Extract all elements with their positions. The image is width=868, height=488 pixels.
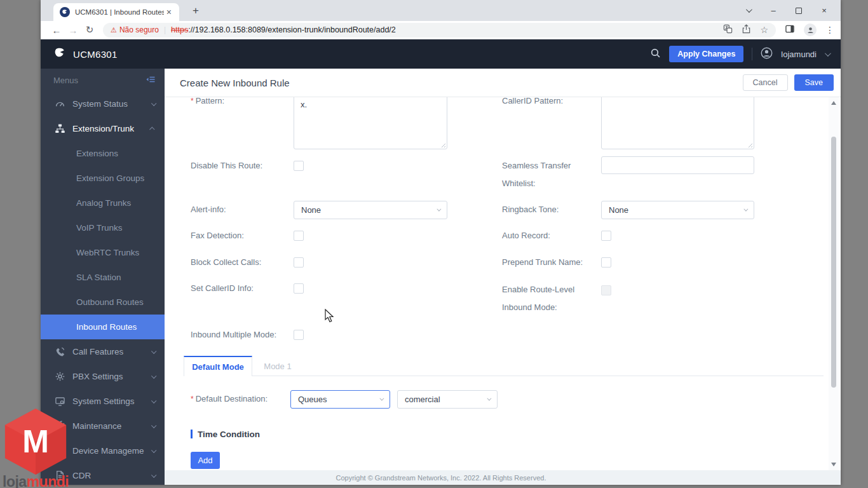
save-button[interactable]: Save <box>794 74 834 91</box>
scroll-down-arrow-icon[interactable] <box>831 463 836 466</box>
collapse-menu-icon[interactable] <box>146 74 156 86</box>
window-close-button[interactable]: × <box>811 0 837 21</box>
pattern-textarea[interactable]: x. <box>294 97 447 149</box>
wrench-icon <box>55 421 65 431</box>
chevron-down-icon <box>379 396 384 401</box>
side-panel-icon[interactable] <box>785 24 795 36</box>
tab-mode-1[interactable]: Mode 1 <box>252 356 303 376</box>
scroll-up-arrow-icon[interactable] <box>831 101 836 105</box>
sidebar-item-maintenance[interactable]: Maintenance <box>41 414 165 438</box>
window-minimize-button[interactable]: – <box>761 0 786 21</box>
content-footer: Copyright © Grandstream Networks, Inc. 2… <box>165 470 841 485</box>
route-level-inbound-mode-checkbox <box>601 285 611 295</box>
ringback-tone-label: Ringback Tone: <box>502 201 599 219</box>
content-scrollbar[interactable] <box>829 97 839 470</box>
tab-title: UCM6301 | Inbound Routes <box>75 8 164 16</box>
sidebar-subitem-outbound-routes[interactable]: Outbound Routes <box>41 290 165 315</box>
user-menu-chevron-icon[interactable] <box>825 50 831 57</box>
block-collect-calls-label: Block Collect Calls: <box>191 254 287 271</box>
apply-changes-button[interactable]: Apply Changes <box>669 46 743 62</box>
route-level-inbound-mode-label: Enable Route-Level Inbound Mode: <box>502 281 599 316</box>
sidebar-item-system-settings[interactable]: System Settings <box>41 389 165 414</box>
disable-route-checkbox[interactable] <box>294 161 304 171</box>
sidebar-item-call-features[interactable]: Call Features <box>41 339 165 364</box>
sidebar-item-extension-trunk[interactable]: Extension/Trunk <box>41 116 165 141</box>
scrollbar-thumb[interactable] <box>831 137 836 388</box>
sitemap-icon <box>55 123 65 134</box>
sidebar-subitem-extension-groups[interactable]: Extension Groups <box>41 166 165 191</box>
search-icon[interactable] <box>650 48 661 61</box>
required-asterisk: * <box>191 395 194 403</box>
copyright-text: Copyright © Grandstream Networks, Inc. 2… <box>336 474 546 482</box>
username[interactable]: lojamundi <box>781 50 817 59</box>
callerid-pattern-textarea[interactable] <box>601 97 754 149</box>
seamless-transfer-input[interactable] <box>601 156 754 174</box>
sidebar-subitem-sla-station[interactable]: SLA Station <box>41 265 165 290</box>
destination-type-select[interactable]: Queues <box>290 390 390 409</box>
auto-record-checkbox[interactable] <box>601 231 611 241</box>
device-icon <box>55 445 65 456</box>
pattern-label: *Pattern: <box>191 97 287 105</box>
add-time-condition-button[interactable]: Add <box>191 452 220 469</box>
forward-button[interactable]: → <box>65 22 81 37</box>
grandstream-favicon-icon <box>60 7 70 17</box>
chevron-down-icon <box>151 447 156 452</box>
sidebar-item-pbx-settings[interactable]: PBX Settings <box>41 364 165 389</box>
sidebar-item-system-status[interactable]: System Status <box>41 92 165 116</box>
set-callerid-info-label: Set CallerID Info: <box>191 280 287 297</box>
security-warning-text: Não seguro <box>119 25 159 34</box>
tab-default-mode[interactable]: Default Mode <box>184 356 252 376</box>
app-header: UCM6301 Apply Changes lojamundi <box>41 39 841 69</box>
sidebar: Menus System Status Extension/Trunk Exte… <box>41 69 165 485</box>
chevron-down-icon <box>151 348 156 353</box>
window-restore-button[interactable] <box>786 0 811 21</box>
sidebar-subitem-webrtc-trunks[interactable]: WebRTC Trunks <box>41 240 165 265</box>
chevron-down-icon <box>743 207 748 212</box>
address-bar[interactable]: ⚠ Não seguro | https://192.168.0.158:808… <box>103 23 776 37</box>
window-menu-chevron-icon[interactable] <box>735 0 761 21</box>
inbound-multiple-mode-checkbox[interactable] <box>294 330 304 340</box>
sidebar-subitem-analog-trunks[interactable]: Analog Trunks <box>41 191 165 215</box>
security-warning-icon: ⚠ <box>111 26 117 34</box>
gear-icon <box>55 371 65 382</box>
set-callerid-info-checkbox[interactable] <box>294 283 304 294</box>
block-collect-calls-checkbox[interactable] <box>294 257 304 268</box>
alert-info-select[interactable]: None <box>294 201 447 219</box>
share-icon[interactable] <box>742 24 751 36</box>
sidebar-subitem-inbound-routes[interactable]: Inbound Routes <box>41 315 165 339</box>
sidebar-item-device-management[interactable]: Device Management <box>41 438 165 463</box>
time-condition-section: Time Condition <box>191 425 260 443</box>
prepend-trunk-name-label: Prepend Trunk Name: <box>502 254 599 271</box>
product-name: UCM6301 <box>73 49 118 60</box>
browser-menu-icon[interactable]: ⋮ <box>825 25 834 35</box>
fax-detection-label: Fax Detection: <box>191 227 287 245</box>
auto-record-label: Auto Record: <box>502 227 599 245</box>
reload-button[interactable]: ↻ <box>81 22 98 37</box>
browser-tab[interactable]: UCM6301 | Inbound Routes × <box>53 3 179 21</box>
sidebar-subitem-voip-trunks[interactable]: VoIP Trunks <box>41 215 165 240</box>
bookmark-star-icon[interactable]: ☆ <box>760 25 768 35</box>
prepend-trunk-name-checkbox[interactable] <box>601 257 611 268</box>
user-avatar-icon[interactable] <box>761 47 773 62</box>
seamless-transfer-label: Seamless Transfer Whitelist: <box>502 157 599 193</box>
back-button[interactable]: ← <box>48 22 65 37</box>
sidebar-subitem-extensions[interactable]: Extensions <box>41 141 165 166</box>
destination-target-select[interactable]: comercial <box>397 390 498 409</box>
browser-profile-avatar[interactable] <box>804 24 817 36</box>
required-asterisk: * <box>191 97 194 105</box>
fax-detection-checkbox[interactable] <box>294 231 304 241</box>
translate-icon[interactable] <box>723 24 733 36</box>
disable-route-label: Disable This Route: <box>191 157 287 175</box>
chevron-down-icon <box>151 423 156 428</box>
new-tab-button[interactable]: + <box>188 4 203 18</box>
browser-tab-bar: UCM6301 | Inbound Routes × + – × <box>41 0 841 21</box>
chevron-up-icon <box>149 127 154 132</box>
monitor-gear-icon <box>55 396 65 407</box>
document-icon <box>55 470 65 481</box>
ringback-tone-select[interactable]: None <box>601 201 754 219</box>
grandstream-logo-icon <box>53 46 67 62</box>
sidebar-item-cdr[interactable]: CDR <box>41 463 165 485</box>
phone-icon <box>55 346 65 357</box>
tab-close-icon[interactable]: × <box>164 7 174 17</box>
cancel-button[interactable]: Cancel <box>743 74 788 91</box>
